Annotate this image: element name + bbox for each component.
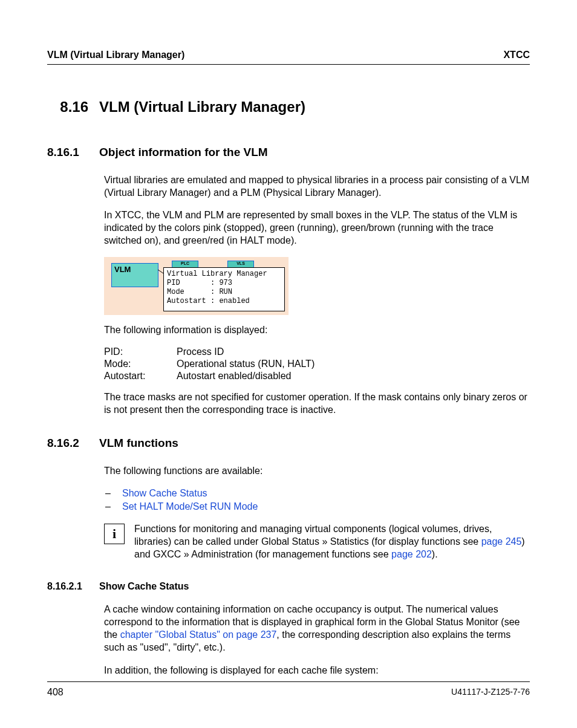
- paragraph: In addition, the following is displayed …: [104, 664, 530, 677]
- heading-8-16: 8.16 VLM (Virtual Library Manager): [47, 99, 530, 115]
- heading-8-16-2: 8.16.2 VLM functions: [47, 437, 530, 450]
- doc-id: U41117-J-Z125-7-76: [451, 687, 530, 698]
- h2-number: 8.16.1: [47, 146, 88, 159]
- global-status-chapter-link[interactable]: chapter "Global Status" on page 237: [120, 629, 277, 640]
- vlm-status-figure: VLM PLC VLS Virtual Library Manager PID …: [104, 257, 288, 315]
- info-text-part: ).: [432, 549, 438, 559]
- show-cache-status-link[interactable]: Show Cache Status: [122, 488, 207, 498]
- vlm-box-icon: VLM: [111, 263, 158, 287]
- table-row: Mode: Operational status (RUN, HALT): [104, 358, 315, 370]
- def-key: Autostart:: [104, 370, 177, 382]
- h2-number: 8.16.2: [47, 437, 88, 450]
- paragraph: The following information is displayed:: [104, 323, 530, 336]
- paragraph: In XTCC, the VLM and PLM are represented…: [104, 209, 530, 247]
- page-202-link[interactable]: page 202: [391, 549, 432, 559]
- def-key: Mode:: [104, 358, 177, 370]
- def-val: Process ID: [177, 346, 315, 358]
- header-left: VLM (Virtual Library Manager): [47, 50, 184, 60]
- heading-8-16-2-1: 8.16.2.1 Show Cache Status: [47, 581, 530, 592]
- info-note: i Functions for monitoring and managing …: [104, 522, 530, 561]
- list-item: Show Cache Status: [104, 487, 530, 500]
- def-val: Operational status (RUN, HALT): [177, 358, 315, 370]
- info-text: Functions for monitoring and managing vi…: [134, 522, 530, 561]
- def-val: Autostart enabled/disabled: [177, 370, 315, 382]
- def-key: PID:: [104, 346, 177, 358]
- table-row: PID: Process ID: [104, 346, 315, 358]
- function-list: Show Cache Status Set HALT Mode/Set RUN …: [104, 487, 530, 514]
- vlm-tooltip: Virtual Library Manager PID : 973 Mode :…: [163, 267, 285, 311]
- h3-number: 8.16.2.1: [47, 581, 88, 592]
- info-icon: i: [104, 524, 125, 544]
- h1-number: 8.16: [47, 99, 88, 115]
- paragraph: The trace masks are not specified for cu…: [104, 391, 530, 416]
- list-item: Set HALT Mode/Set RUN Mode: [104, 500, 530, 513]
- set-halt-run-mode-link[interactable]: Set HALT Mode/Set RUN Mode: [122, 501, 258, 512]
- page-245-link[interactable]: page 245: [481, 536, 522, 547]
- header-right: XTCC: [503, 50, 530, 60]
- table-row: Autostart: Autostart enabled/disabled: [104, 370, 315, 382]
- heading-8-16-1: 8.16.1 Object information for the VLM: [47, 146, 530, 159]
- definition-table: PID: Process ID Mode: Operational status…: [104, 346, 315, 382]
- h1-title: VLM (Virtual Library Manager): [99, 99, 305, 115]
- paragraph: A cache window containing information on…: [104, 603, 530, 654]
- info-text-part: Functions for monitoring and managing vi…: [134, 524, 492, 547]
- h2-title: Object information for the VLM: [99, 146, 268, 159]
- h2-title: VLM functions: [99, 437, 178, 450]
- h3-title: Show Cache Status: [99, 581, 189, 592]
- paragraph: Virtual libraries are emulated and mappe…: [104, 174, 530, 199]
- page-number: 408: [47, 687, 64, 698]
- paragraph: The following functions are available:: [104, 464, 530, 477]
